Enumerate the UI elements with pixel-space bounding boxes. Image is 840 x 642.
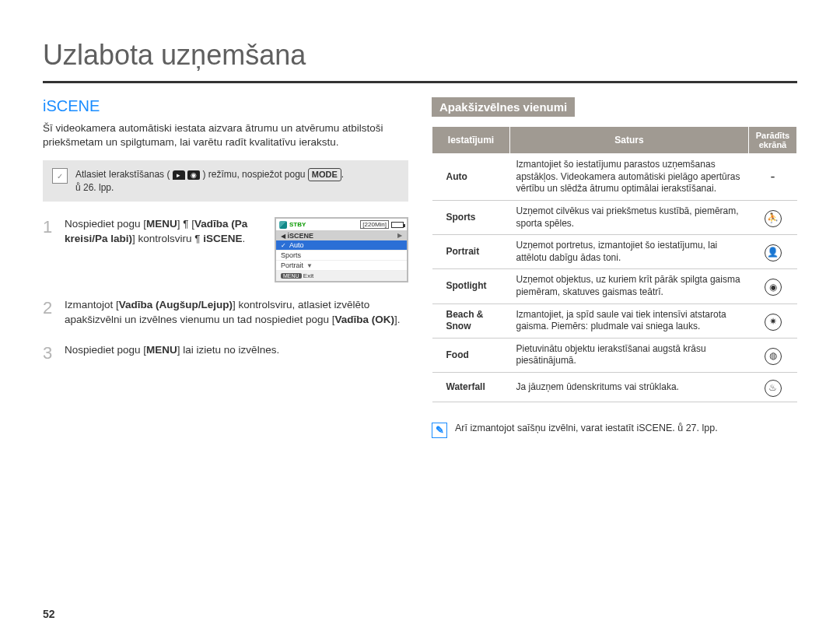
setting-display-icon: ♨ (749, 372, 797, 402)
setting-desc: Pietuvinātu objektu ierakstīšanai augstā… (510, 338, 749, 372)
table-row: FoodPietuvinātu objektu ierakstīšanai au… (432, 338, 797, 372)
portrait-icon: 👤 (765, 244, 782, 261)
setting-name: Auto (432, 154, 510, 201)
lcd-mock: STBY [220Min] ◀ iSCENE ▶ Auto Sports Por… (275, 217, 408, 282)
lcd-item-auto: Auto (276, 240, 407, 251)
tip-row: ✎ Arī izmantojot saīšņu izvēlni, varat i… (432, 423, 797, 438)
notice-ref: ů 26. lpp. (75, 182, 114, 193)
setting-name: Waterfall (432, 372, 510, 402)
table-row: PortraitUzņemot portretus, izmantojiet š… (432, 235, 797, 269)
checkmark-icon: ✓ (52, 168, 68, 184)
setting-display-icon: ◉ (749, 269, 797, 303)
step-1: 1 Nospiediet pogu [MENU] ¶ [Vadība (Pa k… (43, 217, 408, 282)
lcd-menu-title: iSCENE (288, 232, 314, 240)
mode-button-label: MODE (308, 168, 341, 181)
lcd-item-sports: Sports (276, 251, 407, 261)
setting-desc: Uzņemot objektus, uz kuriem krīt pārāk s… (510, 269, 749, 303)
notice-block: ✓ Atlasiet Ierakstīšanas ( ▸ ◉ ) režīmu,… (43, 160, 408, 202)
spotlight-icon: ◉ (765, 279, 782, 296)
setting-name: Portrait (432, 235, 510, 269)
setting-display-icon: ✷ (749, 303, 797, 338)
setting-display-icon: ⛹ (749, 200, 797, 234)
step-text: Nospiediet pogu [MENU] lai izietu no izv… (65, 343, 408, 363)
page-number: 52 (43, 608, 55, 620)
page-title: Uzlabota uzņemšana (43, 39, 797, 72)
lcd-exit-row: MENU Exit (276, 271, 407, 281)
setting-display-icon: - (749, 154, 797, 201)
submenu-heading: Apakšizvēlnes vienumi (432, 97, 575, 117)
step-number: 3 (43, 343, 54, 363)
setting-display-icon: 👤 (749, 235, 797, 269)
table-row: AutoIzmantojiet šo iestatījumu parastos … (432, 154, 797, 201)
th-display: Parādīts ekrānā (749, 127, 797, 154)
food-icon: ◍ (765, 348, 782, 365)
setting-desc: Ja jāuzņem ūdenskritums vai strūklaka. (510, 372, 749, 402)
setting-desc: Uzņemot portretus, izmantojiet šo iestat… (510, 235, 749, 269)
step-number: 2 (43, 298, 54, 328)
notice-period: . (341, 169, 344, 180)
setting-desc: Izmantojiet, ja spīd saule vai tiek inte… (510, 303, 749, 338)
setting-desc: Uzņemot cilvēkus vai priekšmetus kustībā… (510, 200, 749, 234)
lcd-item-portrait: Portrait▼ (276, 261, 407, 271)
table-row: Beach & SnowIzmantojiet, ja spīd saule v… (432, 303, 797, 338)
settings-table: Iestatījumi Saturs Parādīts ekrānā AutoI… (432, 126, 797, 402)
setting-display-icon: ◍ (749, 338, 797, 372)
battery-icon (391, 222, 404, 228)
setting-name: Sports (432, 200, 510, 234)
step-number: 1 (43, 217, 54, 282)
table-row: SportsUzņemot cilvēkus vai priekšmetus k… (432, 200, 797, 234)
title-rule (43, 81, 797, 83)
intro-text: Šī videokamera automātiski iestata aizva… (43, 121, 408, 149)
table-row: SpotlightUzņemot objektus, uz kuriem krī… (432, 269, 797, 303)
tip-text: Arī izmantojot saīšņu izvēlni, varat ies… (455, 423, 718, 433)
section-heading: iSCENE (43, 97, 408, 115)
setting-name: Beach & Snow (432, 303, 510, 338)
sd-card-icon (279, 221, 287, 229)
th-content: Saturs (510, 127, 749, 154)
rec-time: [220Min] (360, 220, 389, 229)
th-settings: Iestatījumi (432, 127, 510, 154)
pencil-note-icon: ✎ (432, 423, 447, 438)
step-text: Izmantojot [Vadība (Augšup/Lejup)] kontr… (65, 298, 408, 328)
video-mode-icon: ▸ (173, 170, 185, 180)
notice-pre: Atlasiet Ierakstīšanas ( (75, 169, 170, 180)
notice-post: ) režīmu, nospiežot pogu (202, 169, 305, 180)
setting-name: Food (432, 338, 510, 372)
setting-desc: Izmantojiet šo iestatījumu parastos uzņe… (510, 154, 749, 201)
step-text: Nospiediet pogu [MENU] ¶ [Vadība (Pa kre… (65, 217, 256, 282)
step-2: 2 Izmantojot [Vadība (Augšup/Lejup)] kon… (43, 298, 408, 328)
setting-name: Spotlight (432, 269, 510, 303)
photo-mode-icon: ◉ (187, 170, 200, 180)
sports-icon: ⛹ (765, 210, 782, 227)
table-row: WaterfallJa jāuzņem ūdenskritums vai str… (432, 372, 797, 402)
step-3: 3 Nospiediet pogu [MENU] lai izietu no i… (43, 343, 408, 363)
waterfall-icon: ♨ (765, 380, 782, 397)
stby-label: STBY (289, 221, 306, 228)
beach-snow-icon: ✷ (765, 314, 782, 331)
